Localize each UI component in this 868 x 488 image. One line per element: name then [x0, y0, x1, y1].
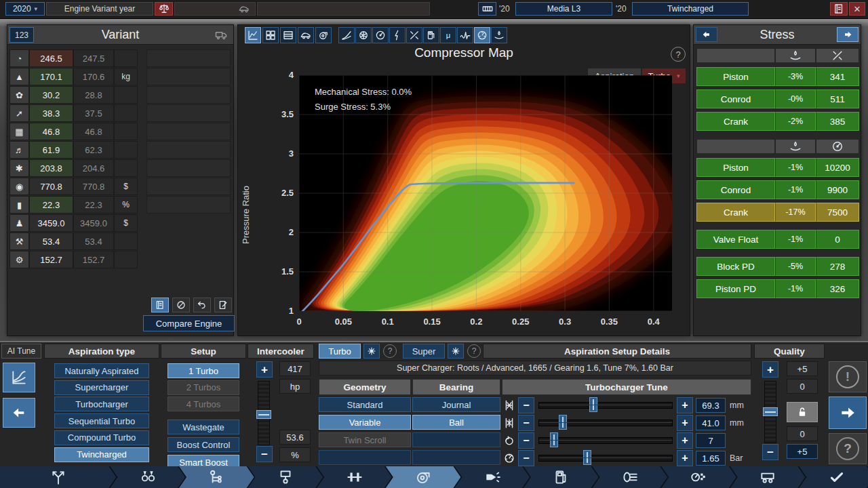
tune-decrease-button[interactable]: −	[518, 415, 534, 431]
boost-gauge-button[interactable]	[474, 27, 490, 43]
quality-min-button[interactable]: +5	[787, 444, 818, 459]
tab-piston[interactable]	[248, 466, 323, 488]
media-trim-button[interactable]: Media L3	[515, 2, 612, 16]
tab-test[interactable]	[661, 466, 736, 488]
tune-slider-handle[interactable]	[583, 450, 591, 465]
tab-turbo[interactable]: Turbo	[319, 344, 361, 359]
boost-option[interactable]: Boost Control	[167, 437, 239, 452]
compare-scales-button[interactable]	[155, 2, 173, 16]
quad-view-button[interactable]	[262, 27, 279, 43]
tune-slider-handle[interactable]	[550, 432, 558, 447]
table-view-button[interactable]	[280, 27, 296, 43]
knock-button[interactable]	[457, 27, 473, 43]
next-step-button[interactable]	[829, 396, 867, 429]
tab-crank[interactable]	[317, 466, 392, 488]
aspiration-type-option[interactable]: Twincharged	[54, 447, 149, 462]
compare-engine-button[interactable]: Compare Engine	[143, 315, 235, 331]
journal-button[interactable]	[151, 298, 169, 312]
tab-exhaust[interactable]	[593, 466, 668, 488]
intercooler-power-value: 417	[279, 361, 311, 376]
economy-button[interactable]	[491, 27, 507, 43]
aspiration-type-option[interactable]: Turbocharger	[54, 396, 149, 411]
warnings-button[interactable]: !	[829, 361, 867, 392]
intercooler-slider-handle[interactable]	[256, 410, 271, 419]
tab-spray[interactable]	[454, 466, 530, 488]
summary-list-button[interactable]	[830, 2, 848, 16]
mu-button[interactable]: μ	[440, 27, 456, 43]
geometry-option[interactable]: Variable	[319, 415, 411, 430]
tune-decrease-button[interactable]: −	[518, 397, 534, 413]
help-icon[interactable]: ?	[671, 47, 686, 62]
tab-check[interactable]	[799, 466, 868, 488]
truck-icon[interactable]	[213, 28, 229, 41]
car-view-button[interactable]	[298, 27, 314, 43]
engineering-time-icon: ♟	[9, 214, 29, 232]
super-help-icon[interactable]: ?	[467, 344, 481, 358]
turbo-gear-button[interactable]	[363, 344, 380, 359]
geometry-option[interactable]: Standard	[319, 397, 411, 412]
tune-increase-button[interactable]: +	[677, 415, 693, 431]
help-button[interactable]: ?	[829, 433, 867, 464]
quality-decrease-button[interactable]: −	[762, 444, 778, 460]
turbo-view-button[interactable]	[315, 27, 332, 43]
edit-doc-button[interactable]	[214, 298, 232, 312]
super-gear-button[interactable]	[448, 344, 464, 359]
panel-next-button[interactable]	[837, 27, 859, 42]
aspiration-type-option[interactable]: Compound Turbo	[54, 430, 149, 445]
spark-button[interactable]	[389, 27, 406, 43]
tune-increase-button[interactable]: +	[677, 432, 693, 449]
tune-slider[interactable]	[538, 455, 673, 462]
back-button[interactable]	[3, 398, 35, 428]
aspiration-type-option[interactable]: Supercharger	[54, 380, 149, 395]
bearing-option[interactable]: Journal	[412, 397, 500, 412]
tab-camtree[interactable]	[179, 466, 254, 488]
undo-button[interactable]	[193, 298, 211, 312]
curves-button[interactable]	[338, 27, 355, 43]
tune-increase-button[interactable]: +	[677, 450, 693, 466]
tune-value: 7	[696, 433, 726, 448]
tab-cams[interactable]	[110, 466, 185, 488]
intercooler-decrease-button[interactable]: −	[256, 446, 273, 462]
variant-id-button[interactable]: 123	[9, 27, 34, 43]
tab-pump[interactable]	[524, 466, 599, 488]
close-button[interactable]: ✕	[849, 2, 865, 16]
quality-lock-button[interactable]	[787, 402, 818, 422]
intercooler-increase-button[interactable]: +	[256, 361, 273, 378]
tune-slider-handle[interactable]	[589, 397, 597, 412]
bearing-option[interactable]: Ball	[412, 415, 500, 430]
tune-slider[interactable]	[538, 420, 673, 426]
gauge-button[interactable]	[372, 27, 389, 43]
tab-cams-icon	[138, 468, 157, 487]
tune-increase-button[interactable]: +	[677, 397, 693, 413]
tab-super[interactable]: Super	[403, 344, 445, 359]
turbo-count-option[interactable]: 1 Turbo	[167, 363, 239, 378]
airflow-button[interactable]	[355, 27, 372, 43]
tune-slider[interactable]	[538, 402, 673, 409]
tab-branch[interactable]	[0, 466, 116, 488]
variant-name-button[interactable]: Twincharged	[632, 2, 749, 16]
quality-slider[interactable]	[764, 381, 776, 443]
tune-decrease-button[interactable]: −	[518, 450, 534, 466]
ai-tune-graph-button[interactable]	[3, 363, 35, 392]
platform-button[interactable]	[478, 2, 496, 16]
tab-exhaust-icon	[620, 468, 639, 487]
tune-slider-handle[interactable]	[559, 415, 567, 430]
line-chart-button[interactable]	[245, 27, 261, 43]
tab-turbo[interactable]	[386, 466, 461, 488]
boost-option[interactable]: Wastegate	[167, 420, 239, 434]
fuel-button[interactable]	[423, 27, 439, 43]
tune-decrease-button[interactable]: −	[518, 432, 534, 449]
turbo-help-icon[interactable]: ?	[383, 344, 397, 358]
tune-slider[interactable]	[538, 437, 673, 444]
panel-prev-button[interactable]	[696, 27, 717, 42]
tab-dyno[interactable]	[730, 466, 806, 488]
tools-button[interactable]	[406, 27, 422, 43]
cancel-button[interactable]	[172, 298, 190, 312]
quality-increase-button[interactable]: +	[762, 361, 778, 378]
year-select[interactable]: 2020 ▾	[5, 2, 45, 16]
quality-slider-handle[interactable]	[763, 407, 778, 416]
tune-unit: Bar	[726, 453, 751, 463]
intercooler-slider[interactable]	[258, 381, 270, 445]
aspiration-type-option[interactable]: Sequential Turbo	[54, 413, 149, 428]
aspiration-type-option[interactable]: Naturally Aspirated	[54, 363, 149, 378]
